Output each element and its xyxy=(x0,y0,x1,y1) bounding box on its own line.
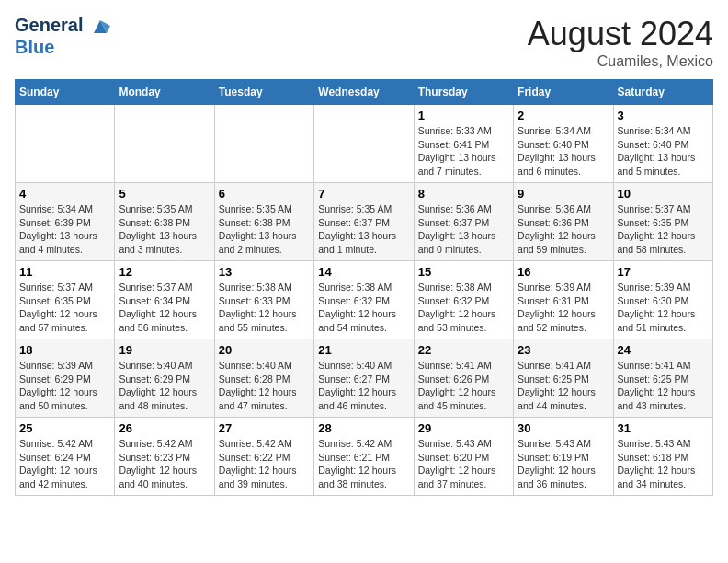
day-cell: 21Sunrise: 5:40 AM Sunset: 6:27 PM Dayli… xyxy=(314,339,414,418)
header-cell-thursday: Thursday xyxy=(414,80,513,105)
header-cell-friday: Friday xyxy=(514,80,613,105)
day-cell: 17Sunrise: 5:39 AM Sunset: 6:30 PM Dayli… xyxy=(613,261,712,339)
day-cell: 15Sunrise: 5:38 AM Sunset: 6:32 PM Dayli… xyxy=(414,261,513,339)
day-cell: 20Sunrise: 5:40 AM Sunset: 6:28 PM Dayli… xyxy=(214,339,313,418)
day-number: 28 xyxy=(318,421,409,435)
day-number: 1 xyxy=(418,109,509,122)
header-cell-monday: Monday xyxy=(115,80,214,105)
day-cell: 22Sunrise: 5:41 AM Sunset: 6:26 PM Dayli… xyxy=(414,339,513,418)
day-info: Sunrise: 5:39 AM Sunset: 6:30 PM Dayligh… xyxy=(618,281,709,335)
day-info: Sunrise: 5:35 AM Sunset: 6:38 PM Dayligh… xyxy=(219,202,310,257)
day-cell: 12Sunrise: 5:37 AM Sunset: 6:34 PM Dayli… xyxy=(115,261,214,339)
week-row-1: 1Sunrise: 5:33 AM Sunset: 6:41 PM Daylig… xyxy=(16,105,713,183)
day-info: Sunrise: 5:40 AM Sunset: 6:29 PM Dayligh… xyxy=(119,359,210,413)
logo-line2: Blue xyxy=(15,37,110,58)
day-number: 23 xyxy=(518,343,609,357)
day-cell: 23Sunrise: 5:41 AM Sunset: 6:25 PM Dayli… xyxy=(514,339,613,418)
day-cell: 26Sunrise: 5:42 AM Sunset: 6:23 PM Dayli… xyxy=(115,418,214,496)
day-info: Sunrise: 5:36 AM Sunset: 6:36 PM Dayligh… xyxy=(518,202,609,257)
day-info: Sunrise: 5:41 AM Sunset: 6:25 PM Dayligh… xyxy=(518,359,609,413)
day-info: Sunrise: 5:39 AM Sunset: 6:29 PM Dayligh… xyxy=(19,359,110,413)
main-title: August 2024 xyxy=(528,15,713,53)
day-number: 26 xyxy=(119,421,210,435)
day-number: 7 xyxy=(318,187,409,201)
day-cell: 28Sunrise: 5:42 AM Sunset: 6:21 PM Dayli… xyxy=(314,418,414,496)
day-cell: 13Sunrise: 5:38 AM Sunset: 6:33 PM Dayli… xyxy=(214,261,313,339)
day-info: Sunrise: 5:34 AM Sunset: 6:39 PM Dayligh… xyxy=(19,202,110,257)
day-number: 25 xyxy=(19,421,110,435)
day-info: Sunrise: 5:42 AM Sunset: 6:22 PM Dayligh… xyxy=(219,437,310,491)
day-cell: 27Sunrise: 5:42 AM Sunset: 6:22 PM Dayli… xyxy=(214,418,313,496)
day-cell: 2Sunrise: 5:34 AM Sunset: 6:40 PM Daylig… xyxy=(514,105,613,183)
header-row: SundayMondayTuesdayWednesdayThursdayFrid… xyxy=(16,80,713,105)
day-number: 9 xyxy=(518,187,609,201)
day-number: 24 xyxy=(618,343,709,357)
day-info: Sunrise: 5:35 AM Sunset: 6:38 PM Dayligh… xyxy=(119,202,210,257)
day-cell: 3Sunrise: 5:34 AM Sunset: 6:40 PM Daylig… xyxy=(613,105,712,183)
day-info: Sunrise: 5:43 AM Sunset: 6:19 PM Dayligh… xyxy=(518,437,609,491)
day-cell xyxy=(115,105,214,183)
day-number: 4 xyxy=(19,187,110,201)
day-cell: 6Sunrise: 5:35 AM Sunset: 6:38 PM Daylig… xyxy=(214,183,313,261)
week-row-2: 4Sunrise: 5:34 AM Sunset: 6:39 PM Daylig… xyxy=(16,183,713,261)
day-number: 6 xyxy=(219,187,310,201)
day-info: Sunrise: 5:41 AM Sunset: 6:26 PM Dayligh… xyxy=(418,359,509,413)
day-cell: 4Sunrise: 5:34 AM Sunset: 6:39 PM Daylig… xyxy=(16,183,115,261)
day-number: 16 xyxy=(518,265,609,279)
day-cell: 8Sunrise: 5:36 AM Sunset: 6:37 PM Daylig… xyxy=(414,183,513,261)
day-cell xyxy=(16,105,115,183)
day-number: 30 xyxy=(518,421,609,435)
day-info: Sunrise: 5:40 AM Sunset: 6:27 PM Dayligh… xyxy=(318,359,409,413)
week-row-4: 18Sunrise: 5:39 AM Sunset: 6:29 PM Dayli… xyxy=(16,339,713,418)
day-cell: 7Sunrise: 5:35 AM Sunset: 6:37 PM Daylig… xyxy=(314,183,414,261)
subtitle: Cuamiles, Mexico xyxy=(528,53,713,70)
day-info: Sunrise: 5:34 AM Sunset: 6:40 PM Dayligh… xyxy=(618,124,709,178)
day-info: Sunrise: 5:42 AM Sunset: 6:23 PM Dayligh… xyxy=(119,437,210,491)
day-info: Sunrise: 5:33 AM Sunset: 6:41 PM Dayligh… xyxy=(418,124,509,178)
day-cell: 16Sunrise: 5:39 AM Sunset: 6:31 PM Dayli… xyxy=(514,261,613,339)
day-cell: 10Sunrise: 5:37 AM Sunset: 6:35 PM Dayli… xyxy=(613,183,712,261)
day-number: 20 xyxy=(219,343,310,357)
day-info: Sunrise: 5:43 AM Sunset: 6:20 PM Dayligh… xyxy=(418,437,509,491)
day-cell: 11Sunrise: 5:37 AM Sunset: 6:35 PM Dayli… xyxy=(16,261,115,339)
day-info: Sunrise: 5:43 AM Sunset: 6:18 PM Dayligh… xyxy=(618,437,709,491)
day-cell: 30Sunrise: 5:43 AM Sunset: 6:19 PM Dayli… xyxy=(514,418,613,496)
day-cell: 5Sunrise: 5:35 AM Sunset: 6:38 PM Daylig… xyxy=(115,183,214,261)
day-info: Sunrise: 5:36 AM Sunset: 6:37 PM Dayligh… xyxy=(418,202,509,257)
day-number: 5 xyxy=(119,187,210,201)
day-info: Sunrise: 5:42 AM Sunset: 6:24 PM Dayligh… xyxy=(19,437,110,491)
day-info: Sunrise: 5:40 AM Sunset: 6:28 PM Dayligh… xyxy=(219,359,310,413)
day-number: 17 xyxy=(618,265,709,279)
header-cell-saturday: Saturday xyxy=(613,80,712,105)
day-number: 12 xyxy=(119,265,210,279)
day-info: Sunrise: 5:38 AM Sunset: 6:32 PM Dayligh… xyxy=(418,281,509,335)
day-cell: 1Sunrise: 5:33 AM Sunset: 6:41 PM Daylig… xyxy=(414,105,513,183)
day-info: Sunrise: 5:42 AM Sunset: 6:21 PM Dayligh… xyxy=(318,437,409,491)
day-number: 31 xyxy=(618,421,709,435)
logo-icon xyxy=(90,17,110,37)
day-cell xyxy=(214,105,313,183)
day-info: Sunrise: 5:37 AM Sunset: 6:35 PM Dayligh… xyxy=(618,202,709,257)
header-cell-sunday: Sunday xyxy=(16,80,115,105)
day-cell: 31Sunrise: 5:43 AM Sunset: 6:18 PM Dayli… xyxy=(613,418,712,496)
day-info: Sunrise: 5:39 AM Sunset: 6:31 PM Dayligh… xyxy=(518,281,609,335)
day-cell xyxy=(314,105,414,183)
day-info: Sunrise: 5:41 AM Sunset: 6:25 PM Dayligh… xyxy=(618,359,709,413)
day-cell: 9Sunrise: 5:36 AM Sunset: 6:36 PM Daylig… xyxy=(514,183,613,261)
day-info: Sunrise: 5:37 AM Sunset: 6:34 PM Dayligh… xyxy=(119,281,210,335)
day-number: 11 xyxy=(19,265,110,279)
page-header: General Blue August 2024 Cuamiles, Mexic… xyxy=(15,15,713,70)
day-info: Sunrise: 5:38 AM Sunset: 6:32 PM Dayligh… xyxy=(318,281,409,335)
week-row-5: 25Sunrise: 5:42 AM Sunset: 6:24 PM Dayli… xyxy=(16,418,713,496)
day-number: 15 xyxy=(418,265,509,279)
day-number: 27 xyxy=(219,421,310,435)
day-number: 29 xyxy=(418,421,509,435)
day-number: 19 xyxy=(119,343,210,357)
day-number: 13 xyxy=(219,265,310,279)
day-number: 8 xyxy=(418,187,509,201)
logo: General Blue xyxy=(15,15,110,58)
week-row-3: 11Sunrise: 5:37 AM Sunset: 6:35 PM Dayli… xyxy=(16,261,713,339)
day-number: 22 xyxy=(418,343,509,357)
day-number: 18 xyxy=(19,343,110,357)
day-info: Sunrise: 5:35 AM Sunset: 6:37 PM Dayligh… xyxy=(318,202,409,257)
